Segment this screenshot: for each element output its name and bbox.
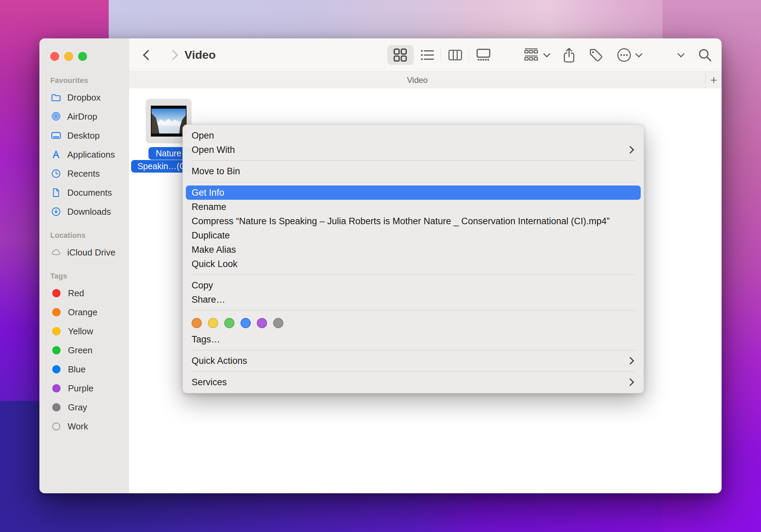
sidebar: FavouritesDropboxAirDropDesktopApplicati…: [39, 38, 129, 493]
menu-tag-purple[interactable]: [257, 318, 267, 328]
clock-icon: [51, 169, 61, 179]
menu-separator: [192, 274, 635, 275]
toolbar-separator: [441, 49, 441, 61]
menu-separator: [192, 182, 635, 182]
sidebar-section-locations: Locations: [39, 228, 129, 243]
sidebar-item-purple[interactable]: Purple: [39, 379, 129, 398]
menu-item-label: Make Alias: [192, 245, 236, 255]
sidebar-item-label: Purple: [68, 383, 93, 394]
menu-separator: [192, 350, 635, 350]
menu-item-copy[interactable]: Copy: [183, 278, 644, 292]
menu-tag-blue[interactable]: [241, 318, 251, 328]
forward-button[interactable]: [168, 38, 178, 71]
menu-item-make-alias[interactable]: Make Alias: [183, 243, 644, 257]
tags-button[interactable]: [588, 38, 604, 71]
menu-tag-green[interactable]: [224, 318, 234, 328]
sidebar-item-icloud-drive[interactable]: iCloud Drive: [39, 243, 129, 262]
menu-tag-swatches: [183, 314, 644, 332]
sidebar-section-tags: Tags: [39, 269, 129, 284]
sidebar-section-favourites: Favourites: [39, 73, 129, 88]
menu-item-share[interactable]: Share…: [183, 292, 644, 307]
submenu-arrow-icon: [626, 357, 634, 365]
sidebar-item-label: Blue: [68, 364, 86, 375]
more-actions-button[interactable]: [616, 38, 632, 71]
tab-bar: Video: [129, 71, 722, 89]
toolbar-overflow-chevron-icon[interactable]: [678, 38, 684, 71]
sidebar-item-downloads[interactable]: Downloads: [39, 202, 129, 221]
menu-item-label: Open: [192, 130, 214, 141]
menu-item-label: Rename: [192, 202, 226, 212]
toolbar-separator: [469, 49, 469, 61]
sidebar-item-dropbox[interactable]: Dropbox: [39, 88, 129, 107]
plus-icon: [710, 76, 718, 84]
close-button[interactable]: [50, 52, 59, 61]
menu-item-get-info[interactable]: Get Info: [186, 185, 641, 200]
search-button[interactable]: [697, 38, 712, 71]
menu-item-move-to-bin[interactable]: Move to Bin: [183, 164, 644, 178]
menu-tag-gray[interactable]: [273, 318, 283, 328]
sidebar-item-label: Work: [68, 421, 88, 432]
sidebar-item-documents[interactable]: Documents: [39, 183, 129, 202]
menu-tag-yellow[interactable]: [208, 318, 218, 328]
share-button[interactable]: [561, 38, 577, 71]
back-button[interactable]: [143, 38, 153, 71]
menu-item-open[interactable]: Open: [183, 128, 644, 143]
minimize-button[interactable]: [64, 52, 73, 61]
menu-item-rename[interactable]: Rename: [183, 200, 644, 214]
applications-icon: [51, 149, 61, 160]
window-controls: [50, 52, 87, 61]
tag-dot-gray-icon: [52, 403, 60, 411]
sidebar-item-applications[interactable]: Applications: [39, 145, 129, 164]
column-view-button[interactable]: [448, 38, 463, 71]
menu-item-duplicate[interactable]: Duplicate: [183, 228, 644, 243]
sidebar-item-desktop[interactable]: Desktop: [39, 126, 129, 145]
sidebar-item-label: Orange: [68, 307, 98, 318]
sidebar-item-blue[interactable]: Blue: [39, 360, 129, 379]
group-by-button[interactable]: [523, 38, 539, 71]
sidebar-item-airdrop[interactable]: AirDrop: [39, 107, 129, 126]
sidebar-item-red[interactable]: Red: [39, 284, 129, 303]
tag-dot-purple-icon: [52, 384, 60, 392]
toolbar: Video: [129, 38, 722, 71]
sidebar-item-label: Applications: [67, 149, 115, 160]
gallery-view-button[interactable]: [476, 38, 491, 71]
menu-item-label: Compress “Nature Is Speaking – Julia Rob…: [192, 216, 610, 227]
menu-item-label: Open With: [192, 145, 235, 155]
list-view-button[interactable]: [420, 38, 435, 71]
menu-item-quick-look[interactable]: Quick Look: [183, 257, 644, 271]
window-title: Video: [184, 38, 216, 71]
sidebar-item-green[interactable]: Green: [39, 341, 129, 360]
more-actions-chevron-icon[interactable]: [636, 38, 641, 71]
sidebar-item-label: Desktop: [67, 130, 100, 141]
submenu-arrow-icon: [626, 146, 634, 154]
menu-tag-orange[interactable]: [192, 318, 202, 328]
tab-video[interactable]: Video: [129, 72, 706, 88]
new-tab-button[interactable]: [705, 72, 722, 88]
menu-item-label: Move to Bin: [192, 166, 240, 177]
menu-item-label: Get Info: [192, 188, 224, 198]
sidebar-item-work[interactable]: Work: [39, 417, 129, 436]
sidebar-item-recents[interactable]: Recents: [39, 164, 129, 183]
menu-item-label: Copy: [192, 280, 213, 291]
menu-item-compress-nature-is-speaking-[interactable]: Compress “Nature Is Speaking – Julia Rob…: [183, 214, 644, 228]
menu-item-label: Share…: [192, 295, 225, 305]
menu-item-tags[interactable]: Tags…: [183, 332, 644, 347]
sidebar-item-gray[interactable]: Gray: [39, 398, 129, 417]
menu-item-services[interactable]: Services: [183, 375, 644, 389]
folder-icon: [51, 92, 61, 103]
tag-dot-red-icon: [52, 289, 60, 297]
sidebar-item-label: Dropbox: [67, 92, 101, 103]
sidebar-item-label: Downloads: [67, 207, 111, 217]
menu-separator: [192, 371, 635, 372]
menu-item-label: Tags…: [192, 334, 220, 345]
download-icon: [51, 207, 61, 217]
zoom-button[interactable]: [78, 52, 87, 61]
menu-separator: [192, 160, 635, 161]
menu-item-quick-actions[interactable]: Quick Actions: [183, 354, 644, 368]
menu-item-open-with[interactable]: Open With: [183, 143, 644, 157]
sidebar-item-orange[interactable]: Orange: [39, 303, 129, 322]
sidebar-item-yellow[interactable]: Yellow: [39, 322, 129, 341]
group-by-chevron-icon[interactable]: [544, 38, 549, 71]
tag-dot-green-icon: [52, 346, 60, 354]
icon-view-button[interactable]: [393, 38, 408, 71]
